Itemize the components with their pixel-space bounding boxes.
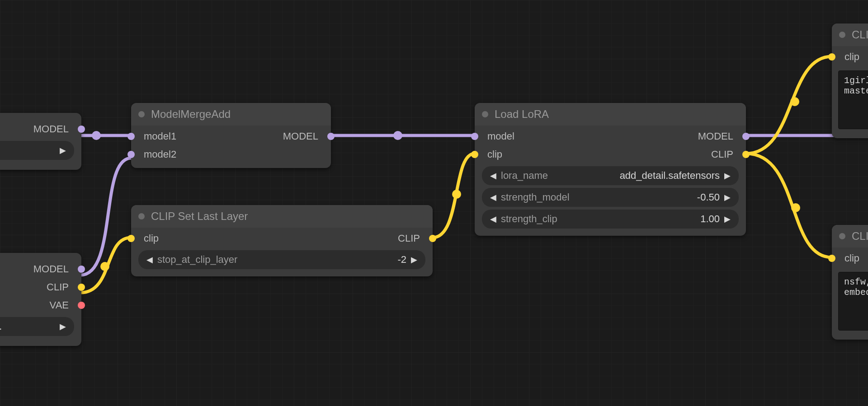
node-title-text: CLIP Tex: [852, 28, 868, 41]
input-clip-socket[interactable]: [471, 151, 478, 158]
socket-clip-out[interactable]: [78, 284, 85, 291]
widget-strength-model[interactable]: ◀ strength_model -0.50 ▶: [482, 188, 739, 207]
node-title[interactable]: CLIP Tex: [832, 23, 868, 46]
output-clip-label: CLIP: [711, 149, 733, 160]
widget-strength-clip[interactable]: ◀ strength_clip 1.00 ▶: [482, 210, 739, 229]
arrow-left-icon[interactable]: ◀: [488, 214, 498, 224]
node-checkpoint-loader-b[interactable]: MODEL CLIP VAE D.saf… ▶: [0, 253, 81, 346]
node-checkpoint-loader[interactable]: MODEL 1.00 ▶: [0, 113, 81, 170]
output-model-label: MODEL: [698, 131, 733, 142]
arrow-left-icon[interactable]: ◀: [145, 255, 155, 265]
arrow-right-icon[interactable]: ▶: [409, 255, 419, 265]
output-clip-socket[interactable]: [429, 235, 436, 242]
arrow-right-icon[interactable]: ▶: [722, 214, 732, 224]
input-model-label: model: [487, 131, 514, 142]
node-title[interactable]: ModelMergeAdd: [131, 103, 331, 126]
arrow-left-icon[interactable]: ◀: [488, 171, 498, 181]
node-clip-text-encode-negative[interactable]: CLIP Tex clip nsfw, worst q embedding:Ea…: [832, 225, 868, 340]
output-model[interactable]: MODEL: [0, 120, 81, 138]
input-model2-socket[interactable]: [127, 151, 135, 158]
output-model-socket[interactable]: [742, 133, 750, 140]
socket-vae-out[interactable]: [78, 302, 85, 309]
input-model1-label: model1: [144, 131, 176, 142]
node-clip-text-encode-positive[interactable]: CLIP Tex clip 1girl, close- masterpiece,: [832, 23, 868, 138]
input-clip-socket[interactable]: [828, 255, 835, 262]
output-clip-label: CLIP: [398, 233, 420, 244]
collapse-toggle-icon[interactable]: [138, 111, 145, 117]
node-title[interactable]: CLIP Tex: [832, 225, 868, 247]
arrow-right-icon[interactable]: ▶: [722, 192, 732, 202]
input-model1-socket[interactable]: [127, 133, 135, 140]
output-clip[interactable]: CLIP: [0, 278, 81, 296]
socket-model-out[interactable]: [78, 126, 85, 133]
node-load-lora[interactable]: Load LoRA model MODEL clip CLIP ◀ lora_n…: [475, 103, 746, 236]
node-title-text: CLIP Tex: [852, 230, 868, 243]
input-clip-socket[interactable]: [127, 235, 135, 242]
input-clip-label: clip: [487, 149, 502, 160]
input-clip[interactable]: clip: [832, 48, 868, 66]
output-model-label: MODEL: [283, 131, 318, 142]
output-vae[interactable]: VAE: [0, 296, 81, 314]
socket-model-out[interactable]: [78, 266, 85, 273]
arrow-left-icon[interactable]: ◀: [488, 192, 498, 202]
widget-stop-at-clip-layer[interactable]: ◀ stop_at_clip_layer -2 ▶: [138, 250, 425, 269]
collapse-toggle-icon[interactable]: [482, 111, 488, 117]
arrow-right-icon[interactable]: ▶: [722, 171, 732, 181]
node-model-merge-add[interactable]: ModelMergeAdd model1 MODEL model2: [131, 103, 331, 168]
collapse-toggle-icon[interactable]: [839, 233, 845, 239]
input-clip-socket[interactable]: [828, 53, 835, 61]
input-model2-label: model2: [144, 149, 176, 160]
node-title-text: ModelMergeAdd: [151, 108, 231, 121]
output-model[interactable]: MODEL: [0, 260, 81, 278]
prompt-text[interactable]: nsfw, worst q embedding:Eas: [838, 272, 868, 331]
input-clip-label: clip: [144, 233, 159, 244]
node-title[interactable]: Load LoRA: [475, 103, 746, 126]
arrow-right-icon[interactable]: ▶: [58, 145, 68, 155]
collapse-toggle-icon[interactable]: [138, 213, 145, 219]
node-title-text: Load LoRA: [495, 108, 549, 121]
widget-lora-name[interactable]: ◀ lora_name add_detail.safetensors ▶: [482, 166, 739, 185]
input-clip[interactable]: clip: [832, 249, 868, 267]
collapse-toggle-icon[interactable]: [839, 32, 845, 38]
widget-number[interactable]: 1.00 ▶: [0, 141, 74, 160]
prompt-text[interactable]: 1girl, close- masterpiece,: [838, 70, 868, 129]
node-clip-set-last-layer[interactable]: CLIP Set Last Layer clip CLIP ◀ stop_at_…: [131, 205, 433, 276]
output-model-socket[interactable]: [327, 133, 335, 140]
arrow-right-icon[interactable]: ▶: [58, 322, 68, 331]
widget-ckpt-name[interactable]: D.saf… ▶: [0, 317, 74, 336]
node-title-text: CLIP Set Last Layer: [151, 210, 248, 223]
output-clip-socket[interactable]: [742, 151, 750, 158]
input-model-socket[interactable]: [471, 133, 478, 140]
node-title[interactable]: CLIP Set Last Layer: [131, 205, 433, 228]
